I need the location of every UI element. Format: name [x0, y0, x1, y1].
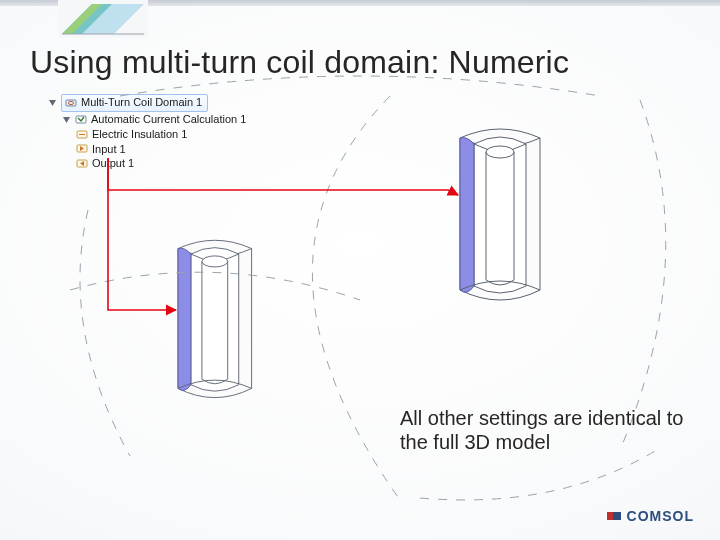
slide: Using multi-turn coil domain: Numeric Mu…: [0, 0, 720, 540]
svg-point-10: [202, 256, 228, 267]
tree-leaf-label: Input 1: [92, 142, 126, 157]
brand-logo: COMSOL: [607, 508, 694, 524]
brand-text: COMSOL: [627, 508, 694, 524]
collapse-icon: [62, 115, 71, 124]
boundary-node-icon: [76, 143, 88, 154]
svg-point-9: [486, 146, 514, 158]
tree-row-leaf[interactable]: Output 1: [76, 156, 246, 171]
tree-row-leaf[interactable]: Electric Insulation 1: [76, 127, 246, 142]
boundary-node-icon: [76, 158, 88, 169]
model-tree: Multi-Turn Coil Domain 1 Automatic Curre…: [48, 94, 246, 171]
brand-swatch-icon: [58, 0, 148, 38]
svg-rect-11: [607, 512, 613, 520]
tree-row-leaf[interactable]: Input 1: [76, 142, 246, 157]
slide-title: Using multi-turn coil domain: Numeric: [30, 44, 569, 81]
tree-leaf-label: Output 1: [92, 156, 134, 171]
geometry-diagram: [0, 0, 720, 540]
tree-child-label: Automatic Current Calculation 1: [91, 112, 246, 127]
brand-mark-icon: [607, 509, 621, 523]
tree-row-root[interactable]: Multi-Turn Coil Domain 1: [48, 94, 246, 112]
tree-row-autocurrent[interactable]: Automatic Current Calculation 1: [62, 112, 246, 127]
coil-domain-icon: [65, 97, 77, 108]
calc-node-icon: [75, 114, 87, 125]
svg-rect-12: [613, 512, 621, 520]
collapse-icon: [48, 98, 57, 107]
tree-leaf-label: Electric Insulation 1: [92, 127, 187, 142]
tree-root-label: Multi-Turn Coil Domain 1: [81, 95, 202, 110]
caption: All other settings are identical to the …: [400, 406, 690, 455]
boundary-node-icon: [76, 129, 88, 140]
